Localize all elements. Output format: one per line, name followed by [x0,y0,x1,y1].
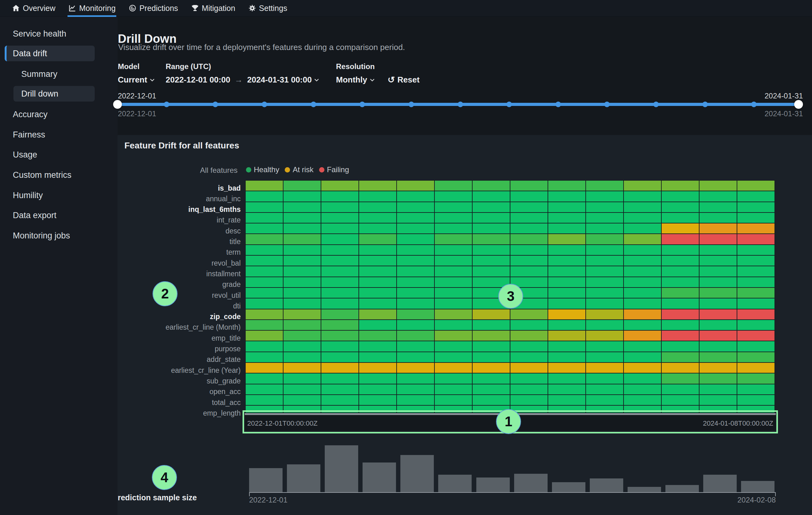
heatmap-cell-dti-2[interactable] [284,298,321,309]
heatmap-cell-earliest_cr_line (Year)-10[interactable] [586,363,623,373]
heatmap-cell-installment-12[interactable] [662,266,699,276]
heatmap-cell-inq_last_6mths-5[interactable] [397,202,434,212]
heatmap-cell-title-13[interactable] [699,234,737,244]
heatmap-cell-emp_title-10[interactable] [586,331,623,341]
heatmap-cell-grade-3[interactable] [321,277,358,287]
heatmap-cell-term-10[interactable] [586,245,623,255]
heatmap-cell-earliest_cr_line (Year)-14[interactable] [737,363,775,373]
heatmap-cell-term-7[interactable] [472,245,510,255]
heatmap-cell-zip_code-10[interactable] [586,309,623,319]
heatmap-cell-desc-12[interactable] [662,224,699,233]
heatmap-cell-revol_bal-9[interactable] [548,256,585,266]
heatmap-cell-dti-13[interactable] [699,298,737,309]
heatmap-cell-zip_code-12[interactable] [662,309,699,319]
heatmap-cell-grade-11[interactable] [624,277,661,287]
heatmap-cell-addr_state-10[interactable] [586,352,623,362]
heatmap-cell-inq_last_6mths-9[interactable] [548,202,585,212]
heatmap-cell-grade-10[interactable] [586,277,623,287]
heatmap-cell-open_acc-11[interactable] [624,384,661,394]
heatmap-cell-term-12[interactable] [662,245,699,255]
sidebar-item-fairness[interactable]: Fairness [0,127,118,143]
nav-item-settings[interactable]: Settings [248,0,287,17]
heatmap-cell-int_rate-9[interactable] [548,213,585,223]
heatmap-cell-open_acc-13[interactable] [699,384,737,394]
heatmap-cell-dti-12[interactable] [662,298,699,309]
heatmap-cell-total_acc-1[interactable] [246,395,283,405]
heatmap-cell-grade-12[interactable] [662,277,699,287]
sidebar-item-summary[interactable]: Summary [0,66,118,82]
heatmap-cell-sub_grade-2[interactable] [284,373,321,383]
heatmap-cell-open_acc-1[interactable] [246,384,283,394]
heatmap-cell-earliest_cr_line (Year)-2[interactable] [284,363,321,373]
heatmap-cell-is_bad-10[interactable] [586,181,623,191]
sidebar-item-data-export[interactable]: Data export [0,207,118,223]
heatmap-cell-annual_inc-4[interactable] [359,191,396,201]
heatmap-cell-is_bad-14[interactable] [737,181,775,191]
heatmap-cell-term-6[interactable] [435,245,472,255]
heatmap-cell-revol_bal-13[interactable] [699,256,737,266]
heatmap-cell-addr_state-3[interactable] [321,352,358,362]
heatmap-cell-title-8[interactable] [511,234,548,244]
heatmap-cell-desc-10[interactable] [586,224,623,233]
heatmap-cell-revol_util-6[interactable] [435,288,472,298]
heatmap-cell-int_rate-10[interactable] [586,213,623,223]
heatmap-cell-title-12[interactable] [662,234,699,244]
heatmap-cell-sub_grade-8[interactable] [511,373,548,383]
heatmap-cell-is_bad-7[interactable] [472,181,510,191]
heatmap-cell-desc-7[interactable] [472,224,510,233]
heatmap-cell-earliest_cr_line (Month)-9[interactable] [548,320,585,330]
heatmap-cell-open_acc-10[interactable] [586,384,623,394]
heatmap-cell-earliest_cr_line (Month)-11[interactable] [624,320,661,330]
heatmap-cell-term-1[interactable] [246,245,283,255]
heatmap-cell-inq_last_6mths-2[interactable] [284,202,321,212]
heatmap-cell-total_acc-4[interactable] [359,395,396,405]
heatmap-cell-earliest_cr_line (Month)-2[interactable] [284,320,321,330]
heatmap-cell-title-9[interactable] [548,234,585,244]
heatmap-cell-int_rate-4[interactable] [359,213,396,223]
heatmap-cell-emp_title-3[interactable] [321,331,358,341]
heatmap-cell-addr_state-13[interactable] [699,352,737,362]
heatmap-cell-inq_last_6mths-8[interactable] [511,202,548,212]
heatmap-cell-installment-1[interactable] [246,266,283,276]
heatmap-cell-purpose-1[interactable] [246,341,283,351]
time-range-slider-track[interactable] [118,103,803,106]
heatmap-cell-annual_inc-6[interactable] [435,191,472,201]
heatmap-cell-sub_grade-13[interactable] [699,373,737,383]
heatmap-cell-emp_title-8[interactable] [511,331,548,341]
heatmap-cell-sub_grade-9[interactable] [548,373,585,383]
heatmap-cell-installment-13[interactable] [699,266,737,276]
heatmap-cell-addr_state-4[interactable] [359,352,396,362]
heatmap-cell-revol_util-10[interactable] [586,288,623,298]
heatmap-cell-dti-9[interactable] [548,298,585,309]
sidebar-item-accuracy[interactable]: Accuracy [0,107,118,122]
heatmap-cell-total_acc-5[interactable] [397,395,434,405]
heatmap-cell-title-2[interactable] [284,234,321,244]
heatmap-cell-total_acc-8[interactable] [511,395,548,405]
slider-handle-start[interactable] [113,100,122,109]
heatmap-cell-zip_code-3[interactable] [321,309,358,319]
heatmap-cell-desc-13[interactable] [699,224,737,233]
nav-item-overview[interactable]: Overview [12,0,55,17]
heatmap-cell-emp_title-5[interactable] [397,331,434,341]
heatmap-cell-inq_last_6mths-11[interactable] [624,202,661,212]
heatmap-cell-annual_inc-7[interactable] [472,191,510,201]
sidebar-item-usage[interactable]: Usage [0,147,118,163]
heatmap-cell-installment-11[interactable] [624,266,661,276]
heatmap-cell-total_acc-11[interactable] [624,395,661,405]
heatmap-cell-term-2[interactable] [284,245,321,255]
heatmap-cell-dti-5[interactable] [397,298,434,309]
heatmap-cell-is_bad-12[interactable] [662,181,699,191]
heatmap-cell-earliest_cr_line (Year)-8[interactable] [511,363,548,373]
nav-item-predictions[interactable]: Predictions [128,0,178,17]
heatmap-cell-sub_grade-14[interactable] [737,373,775,383]
heatmap-cell-revol_util-12[interactable] [662,288,699,298]
heatmap-cell-emp_title-2[interactable] [284,331,321,341]
heatmap-cell-purpose-10[interactable] [586,341,623,351]
heatmap-cell-addr_state-2[interactable] [284,352,321,362]
heatmap-cell-revol_util-13[interactable] [699,288,737,298]
legend-item-at-risk[interactable]: At risk [285,165,314,174]
heatmap-cell-emp_title-4[interactable] [359,331,396,341]
heatmap-cell-earliest_cr_line (Year)-5[interactable] [397,363,434,373]
nav-item-mitigation[interactable]: Mitigation [191,0,235,17]
heatmap-cell-emp_title-9[interactable] [548,331,585,341]
